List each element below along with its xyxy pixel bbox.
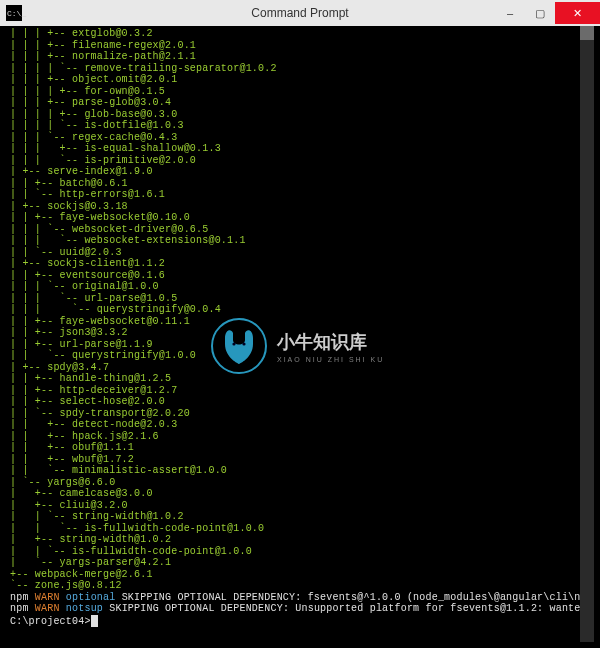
tree-line: | +-- sockjs-client@1.1.2 (10, 258, 576, 270)
maximize-button[interactable]: ▢ (525, 2, 555, 24)
tree-line: | | `-- querystringify@1.0.0 (10, 350, 576, 362)
tree-line: | +-- camelcase@3.0.0 (10, 488, 576, 500)
tree-line: | | `-- is-fullwidth-code-point@1.0.0 (10, 546, 576, 558)
tree-line: | `-- yargs@6.6.0 (10, 477, 576, 489)
tree-line: | | | +-- is-equal-shallow@0.1.3 (10, 143, 576, 155)
tree-line: | | | `-- is-primitive@2.0.0 (10, 155, 576, 167)
tree-line: | +-- sockjs@0.3.18 (10, 201, 576, 213)
tree-line: | | +-- eventsource@0.1.6 (10, 270, 576, 282)
title-bar[interactable]: Command Prompt – ▢ ✕ (0, 0, 600, 26)
tree-line: | | | | +-- glob-base@0.3.0 (10, 109, 576, 121)
tree-line: | | | +-- extglob@0.3.2 (10, 28, 576, 40)
tree-line: | | | `-- url-parse@1.0.5 (10, 293, 576, 305)
tree-line: | | +-- json3@3.3.2 (10, 327, 576, 339)
tree-line: | | `-- is-fullwidth-code-point@1.0.0 (10, 523, 576, 535)
window-controls: – ▢ ✕ (495, 2, 600, 24)
window: Command Prompt – ▢ ✕ | | | +-- extglob@0… (0, 0, 600, 648)
tree-line: | | | `-- websocket-driver@0.6.5 (10, 224, 576, 236)
tree-line: | | | +-- normalize-path@2.1.1 (10, 51, 576, 63)
tree-line: | | +-- obuf@1.1.1 (10, 442, 576, 454)
terminal-output: | | | +-- extglob@0.3.2| | | +-- filenam… (6, 26, 580, 642)
tree-line: | | `-- minimalistic-assert@1.0.0 (10, 465, 576, 477)
tree-line: | | +-- select-hose@2.0.0 (10, 396, 576, 408)
terminal[interactable]: | | | +-- extglob@0.3.2| | | +-- filenam… (6, 26, 594, 642)
tree-line: | | +-- handle-thing@1.2.5 (10, 373, 576, 385)
tree-line: | | `-- string-width@1.0.2 (10, 511, 576, 523)
tree-line: | | | | `-- remove-trailing-separator@1.… (10, 63, 576, 75)
tree-line: | `-- yargs-parser@4.2.1 (10, 557, 576, 569)
tree-line: | +-- spdy@3.4.7 (10, 362, 576, 374)
tree-line: | | `-- http-errors@1.6.1 (10, 189, 576, 201)
tree-line: | | +-- batch@0.6.1 (10, 178, 576, 190)
tree-line: | | | +-- parse-glob@3.0.4 (10, 97, 576, 109)
scrollbar[interactable] (580, 26, 594, 642)
tree-line: | | `-- uuid@2.0.3 (10, 247, 576, 259)
npm-warn-line: npm WARN optional SKIPPING OPTIONAL DEPE… (10, 592, 576, 604)
tree-line: | | +-- detect-node@2.0.3 (10, 419, 576, 431)
tree-line: | | +-- faye-websocket@0.11.1 (10, 316, 576, 328)
tree-line: | | +-- faye-websocket@0.10.0 (10, 212, 576, 224)
tree-line: | | `-- spdy-transport@2.0.20 (10, 408, 576, 420)
tree-line: | +-- cliui@3.2.0 (10, 500, 576, 512)
minimize-button[interactable]: – (495, 2, 525, 24)
scrollbar-thumb[interactable] (580, 26, 594, 40)
tree-line: | | | `-- regex-cache@0.4.3 (10, 132, 576, 144)
tree-line: | | | | +-- for-own@0.1.5 (10, 86, 576, 98)
tree-line: +-- webpack-merge@2.6.1 (10, 569, 576, 581)
tree-line: | | | `-- websocket-extensions@0.1.1 (10, 235, 576, 247)
tree-line: | | +-- wbuf@1.7.2 (10, 454, 576, 466)
tree-line: `-- zone.js@0.8.12 (10, 580, 576, 592)
tree-line: | +-- serve-index@1.9.0 (10, 166, 576, 178)
tree-line: | | | `-- original@1.0.0 (10, 281, 576, 293)
tree-line: | | +-- url-parse@1.1.9 (10, 339, 576, 351)
close-button[interactable]: ✕ (555, 2, 600, 24)
tree-line: | | | `-- querystringify@0.0.4 (10, 304, 576, 316)
tree-line: | | | | `-- is-dotfile@1.0.3 (10, 120, 576, 132)
tree-line: | +-- string-width@1.0.2 (10, 534, 576, 546)
tree-line: | | +-- http-deceiver@1.2.7 (10, 385, 576, 397)
cmd-icon (6, 5, 22, 21)
npm-warn-line: npm WARN notsup SKIPPING OPTIONAL DEPEND… (10, 603, 576, 615)
prompt-line[interactable]: C:\project04> (10, 615, 576, 628)
tree-line: | | | +-- filename-regex@2.0.1 (10, 40, 576, 52)
tree-line: | | +-- hpack.js@2.1.6 (10, 431, 576, 443)
tree-line: | | | +-- object.omit@2.0.1 (10, 74, 576, 86)
cursor (91, 615, 98, 627)
